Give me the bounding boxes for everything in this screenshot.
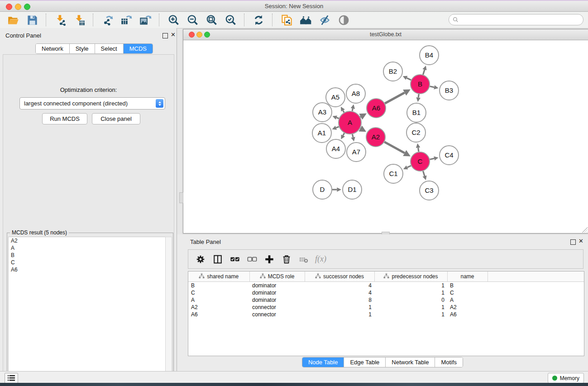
graph-node-A[interactable]: A [339, 111, 361, 134]
graph-node-B[interactable]: B [411, 75, 430, 94]
table-settings-icon[interactable] [193, 252, 208, 267]
graph-edge-A2-C[interactable] [384, 142, 405, 153]
hide-graphics-details-icon[interactable] [316, 13, 333, 27]
table-cell: connector [249, 311, 305, 318]
export-table-icon[interactable] [118, 13, 134, 27]
graph-edge-A-A8[interactable] [352, 109, 353, 111]
graph-node-C[interactable]: C [411, 152, 430, 171]
search-input[interactable] [459, 15, 579, 24]
column-header-predecessor-nodes[interactable]: predecessor nodes [374, 272, 447, 282]
network-search-box[interactable] [449, 14, 583, 25]
graph-edge-B-B4[interactable] [423, 70, 425, 75]
graph-node-A1[interactable]: A1 [312, 124, 331, 143]
float-panel-icon[interactable] [163, 33, 168, 38]
column-header-shared-name[interactable]: shared name [188, 272, 249, 282]
memory-button[interactable]: Memory [548, 373, 584, 383]
run-mcds-button[interactable]: Run MCDS [42, 113, 87, 124]
column-header-MCDS-role[interactable]: MCDS role [249, 272, 305, 282]
graph-node-D1[interactable]: D1 [343, 180, 362, 199]
graph-node-A4[interactable]: A4 [326, 139, 345, 158]
function-builder-icon[interactable]: f(x) [315, 254, 326, 264]
graph-edge-A-A7[interactable] [352, 134, 353, 137]
graph-node-B2[interactable]: B2 [383, 62, 402, 81]
window-resize-grip[interactable] [582, 227, 588, 233]
graph-edge-A-A6[interactable] [360, 117, 361, 117]
column-header-successor-nodes[interactable]: successor nodes [305, 272, 374, 282]
tab-mcds[interactable]: MCDS [124, 44, 153, 53]
graph-edge-B-B3[interactable] [430, 86, 434, 87]
graph-node-A3[interactable]: A3 [313, 103, 332, 122]
tab-node-table[interactable]: Node Table [302, 357, 344, 367]
delete-columns-icon[interactable] [279, 252, 294, 267]
select-all-icon[interactable] [227, 252, 243, 267]
table-row[interactable]: Bdominator41B [188, 282, 584, 290]
table-row[interactable]: Cdominator41C [188, 289, 584, 296]
graph-node-A2[interactable]: A2 [366, 128, 385, 147]
criterion-dropdown[interactable]: largest connected component (directed) [19, 97, 165, 110]
table-row[interactable]: A6connector11A6 [188, 311, 584, 318]
network-window-titlebar: testGlobe.txt [183, 29, 588, 40]
graph-edge-A-A4[interactable] [343, 133, 344, 135]
tab-edge-table[interactable]: Edge Table [344, 357, 386, 367]
network-canvas[interactable]: B4B2BB3A8A5A6A3B1AC2A1A2A4A7C4CC1DD1C3 [183, 40, 588, 233]
save-session-icon[interactable] [24, 13, 40, 27]
graph-node-B4[interactable]: B4 [420, 46, 439, 65]
graph-edge-B-B2[interactable] [406, 78, 411, 80]
table-row[interactable]: A2connector11A2 [188, 304, 584, 311]
zoom-in-icon[interactable] [165, 13, 182, 27]
result-list-scrollbar[interactable] [165, 237, 172, 386]
tab-style[interactable]: Style [70, 44, 95, 53]
graph-node-C4[interactable]: C4 [440, 146, 459, 165]
zoom-fit-icon[interactable] [203, 13, 220, 27]
graph-edge-A6-B[interactable] [385, 93, 404, 104]
export-network-icon[interactable] [99, 13, 115, 27]
duplicate-network-icon[interactable] [278, 13, 295, 27]
graph-edge-C-C3[interactable] [423, 171, 425, 176]
tab-motifs[interactable]: Motifs [435, 357, 463, 367]
mcds-result-list[interactable]: A2ABCA6 [8, 237, 167, 386]
close-panel-icon[interactable]: ✕ [171, 31, 176, 38]
import-table-icon[interactable] [71, 13, 87, 27]
deselect-all-icon[interactable] [244, 252, 260, 267]
tab-network-table[interactable]: Network Table [386, 357, 435, 367]
graph-node-B1[interactable]: B1 [407, 103, 426, 122]
graph-node-D[interactable]: D [313, 180, 332, 199]
home-icon[interactable] [297, 13, 314, 27]
graph-edge-C-C1[interactable] [407, 166, 411, 167]
table-row[interactable]: Adominator80A [188, 296, 584, 304]
show-hide-columns-icon[interactable] [210, 252, 225, 267]
table-cell: 1 [305, 304, 374, 311]
graph-node-A5[interactable]: A5 [326, 88, 345, 107]
graph-edge-A-A3[interactable] [336, 118, 339, 119]
zoom-out-icon[interactable] [184, 13, 201, 27]
graph-node-C1[interactable]: C1 [384, 164, 403, 183]
graph-edge-A-A1[interactable] [336, 127, 339, 128]
tab-select[interactable]: Select [95, 44, 124, 53]
task-history-button[interactable] [5, 373, 18, 383]
svg-text:A: A [348, 119, 352, 126]
graph-edge-B-B1[interactable] [418, 94, 419, 98]
graph-edge-C-C4[interactable] [430, 158, 434, 159]
add-column-icon[interactable] [262, 252, 277, 267]
close-panel-button[interactable]: Close panel [92, 113, 140, 124]
export-image-icon[interactable] [137, 13, 153, 27]
graph-node-A7[interactable]: A7 [347, 143, 366, 162]
graph-node-B3[interactable]: B3 [440, 81, 459, 100]
graph-edge-A-A5[interactable] [343, 110, 344, 112]
float-table-panel-icon[interactable] [570, 239, 576, 245]
vertical-splitter-handle[interactable] [179, 192, 183, 203]
tab-network[interactable]: Network [36, 44, 70, 53]
delete-table-icon[interactable] [296, 252, 311, 267]
refresh-layout-icon[interactable] [250, 13, 267, 27]
graph-node-C2[interactable]: C2 [406, 123, 425, 142]
graph-node-A8[interactable]: A8 [346, 84, 365, 103]
graph-edge-C-C2[interactable] [418, 148, 419, 152]
column-header-name[interactable]: name [447, 272, 488, 282]
zoom-selected-icon[interactable] [222, 13, 239, 27]
close-table-panel-icon[interactable]: ✕ [578, 238, 583, 244]
open-file-icon[interactable] [5, 13, 21, 27]
import-network-icon[interactable] [52, 13, 68, 27]
graph-node-C3[interactable]: C3 [420, 181, 439, 200]
graph-node-A6[interactable]: A6 [367, 99, 386, 118]
birds-eye-view-icon[interactable] [335, 13, 352, 27]
